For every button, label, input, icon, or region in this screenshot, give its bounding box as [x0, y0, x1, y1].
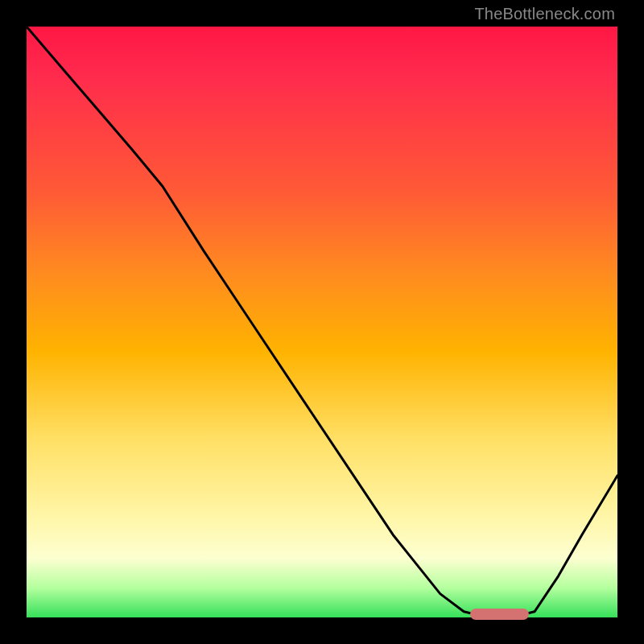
- optimal-range-marker: [470, 609, 529, 620]
- plot-area: [27, 27, 617, 617]
- chart-frame: TheBottleneck.com: [0, 0, 644, 644]
- watermark-text: TheBottleneck.com: [474, 5, 615, 23]
- bottleneck-curve: [27, 27, 617, 617]
- curve-svg: [27, 27, 617, 617]
